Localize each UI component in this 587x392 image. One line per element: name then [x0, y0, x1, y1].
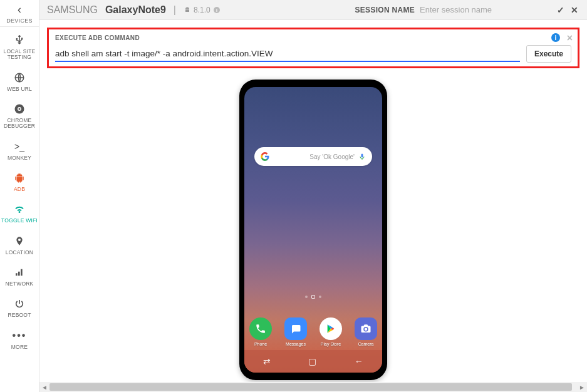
- app-dock: Phone Messages Play Store: [244, 317, 382, 346]
- mic-icon: [358, 153, 366, 160]
- info-icon[interactable]: i: [213, 6, 221, 14]
- sidebar-item-label: WEB URL: [7, 86, 32, 92]
- main: SAMSUNG GalaxyNote9 | 8.1.0 i SESSION NA…: [39, 0, 587, 392]
- device-frame: Say 'Ok Google' Phone: [239, 80, 387, 380]
- sidebar-item-web-url[interactable]: WEB URL: [0, 64, 39, 96]
- horizontal-scrollbar[interactable]: ◄ ►: [39, 382, 587, 392]
- session-name[interactable]: SESSION NAME Enter session name: [355, 5, 492, 14]
- sidebar-item-label: MONKEY: [8, 155, 31, 161]
- sidebar-item-label: REBOOT: [8, 312, 31, 318]
- dots-icon: •••: [13, 329, 27, 343]
- topbar: SAMSUNG GalaxyNote9 | 8.1.0 i SESSION NA…: [39, 0, 587, 20]
- device-brand: SAMSUNG: [47, 4, 98, 16]
- session-placeholder: Enter session name: [420, 5, 492, 14]
- device-model: GalaxyNote9: [105, 4, 166, 16]
- android-navbar: ⇄ ▢ ←: [244, 350, 382, 373]
- confirm-icon[interactable]: ✓: [557, 5, 564, 15]
- sidebar-item-reboot[interactable]: REBOOT: [0, 291, 39, 322]
- svg-text:i: i: [216, 8, 217, 12]
- chrome-icon: [14, 102, 25, 116]
- sidebar-item-label: MORE: [11, 344, 28, 350]
- session-label: SESSION NAME: [355, 6, 415, 14]
- location-icon: [14, 234, 24, 248]
- info-icon[interactable]: i: [551, 33, 560, 42]
- sidebar-item-label: LOCAL SITETESTING: [4, 49, 36, 61]
- network-icon: [14, 266, 24, 279]
- sidebar-item-location[interactable]: LOCATION: [0, 228, 39, 259]
- wifi-icon: [14, 202, 25, 216]
- sidebar-item-adb[interactable]: ADB: [0, 165, 39, 196]
- sidebar: ‹ DEVICES LOCAL SITETESTING WEB URL CHRO…: [0, 0, 39, 392]
- android-icon: [14, 171, 25, 185]
- sidebar-item-chrome-debugger[interactable]: CHROMEDEBUGGER: [0, 96, 39, 133]
- android-version: 8.1.0 i: [184, 6, 221, 14]
- close-icon[interactable]: ✕: [571, 5, 578, 15]
- sidebar-item-label: NETWORK: [6, 281, 34, 287]
- sidebar-item-more[interactable]: ••• MORE: [0, 322, 39, 354]
- adb-command-panel: EXECUTE ADB COMMAND i × Execute: [47, 28, 579, 68]
- svg-point-3: [19, 108, 21, 110]
- home-button[interactable]: ▢: [308, 356, 316, 366]
- usb-icon: [14, 33, 25, 47]
- execute-button[interactable]: Execute: [526, 45, 571, 63]
- sidebar-item-label: CHROMEDEBUGGER: [4, 118, 35, 130]
- content: EXECUTE ADB COMMAND i × Execute Say 'Ok …: [39, 20, 587, 392]
- google-icon: [261, 152, 269, 161]
- device-screen[interactable]: Say 'Ok Google' Phone: [244, 87, 382, 373]
- sidebar-item-label: TOGGLE WIFI: [1, 218, 38, 224]
- monkey-icon: >_: [14, 140, 24, 153]
- adb-panel-title: EXECUTE ADB COMMAND: [55, 34, 571, 41]
- close-icon[interactable]: ×: [567, 33, 573, 44]
- sidebar-item-label: LOCATION: [6, 250, 33, 255]
- back-button[interactable]: ←: [355, 356, 363, 366]
- sidebar-item-network[interactable]: NETWORK: [0, 259, 39, 291]
- recents-button[interactable]: ⇄: [263, 356, 271, 366]
- google-search-bar[interactable]: Say 'Ok Google': [254, 147, 372, 166]
- app-messages[interactable]: Messages: [283, 317, 308, 346]
- scroll-left-icon[interactable]: ◄: [39, 382, 49, 392]
- sidebar-item-local-testing[interactable]: LOCAL SITETESTING: [0, 27, 39, 64]
- power-icon: [14, 297, 24, 311]
- devices-back[interactable]: ‹ DEVICES: [0, 3, 39, 27]
- adb-command-input[interactable]: [55, 46, 520, 62]
- app-play-store[interactable]: Play Store: [318, 317, 343, 346]
- scroll-right-icon[interactable]: ►: [577, 382, 587, 392]
- status-bar: [244, 87, 382, 98]
- sidebar-item-monkey[interactable]: >_ MONKEY: [0, 133, 39, 165]
- sidebar-item-label: ADB: [14, 187, 25, 192]
- chevron-left-icon: ‹: [18, 3, 21, 16]
- app-phone[interactable]: Phone: [248, 317, 273, 346]
- page-indicator: [244, 296, 382, 299]
- search-hint: Say 'Ok Google': [309, 153, 355, 160]
- app-camera[interactable]: Camera: [353, 317, 378, 346]
- sidebar-item-toggle-wifi[interactable]: TOGGLE WIFI: [0, 196, 39, 227]
- globe-icon: [14, 71, 25, 85]
- android-small-icon: [184, 6, 191, 14]
- devices-label: DEVICES: [6, 18, 33, 24]
